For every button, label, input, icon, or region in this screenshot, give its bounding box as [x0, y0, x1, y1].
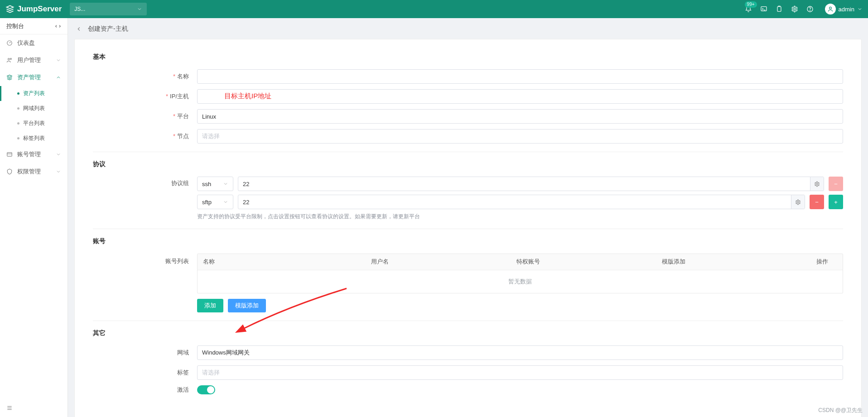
sidebar-header-label: 控制台: [6, 22, 24, 30]
sidebar-item-label: 标签列表: [23, 134, 45, 142]
account-template-button[interactable]: 模版添加: [228, 299, 266, 312]
col-user: 用户名: [366, 254, 511, 270]
port-input-1[interactable]: [238, 195, 805, 209]
page-title: 创建资产-主机: [88, 25, 128, 33]
ip-input[interactable]: [197, 89, 843, 104]
topbar-actions: 99+ admin: [744, 4, 863, 14]
svg-point-14: [816, 183, 818, 184]
accounts-table: 名称 用户名 特权账号 模版添加 操作 暂无数据: [197, 254, 843, 293]
protocol-remove-0: −: [829, 177, 843, 191]
gear-icon[interactable]: [791, 5, 799, 13]
platform-select[interactable]: Linux: [197, 109, 843, 124]
col-ops: 操作: [802, 254, 843, 270]
sidebar-item-users[interactable]: 用户管理: [0, 52, 68, 69]
topbar: JumpServer JS... 99+ admin: [0, 0, 868, 18]
label-ip: *IP/主机: [93, 92, 197, 101]
svg-point-5: [810, 10, 810, 11]
sidebar-item-account[interactable]: 账号管理: [0, 146, 68, 163]
protocol-select-0[interactable]: ssh: [197, 177, 233, 191]
svg-point-15: [797, 201, 799, 202]
watermark: CSDN @@卫先生: [818, 407, 863, 414]
section-account: 账号: [93, 237, 843, 245]
svg-point-3: [794, 8, 796, 10]
active-toggle[interactable]: [197, 385, 215, 394]
tag-select-placeholder: 请选择: [202, 369, 220, 377]
sidebar-header[interactable]: 控制台: [0, 18, 68, 34]
svg-point-8: [8, 58, 10, 60]
accounts-empty: 暂无数据: [198, 270, 843, 293]
sidebar-item-label: 平台列表: [23, 120, 45, 127]
col-tmpl: 模版添加: [656, 254, 802, 270]
username: admin: [839, 6, 854, 13]
sidebar-item-label: 用户管理: [17, 56, 41, 64]
brand-logo: JumpServer: [5, 5, 62, 14]
protocol-settings-1[interactable]: [791, 195, 805, 209]
protocol-name: sftp: [202, 199, 212, 206]
user-menu[interactable]: admin: [825, 4, 863, 14]
sidebar-item-assets[interactable]: 资产管理: [0, 69, 68, 86]
sidebar: 控制台 仪表盘 用户管理 资产管理 资产列表 网域列表 平台列表 标签列表 账号…: [0, 18, 68, 417]
brand-text: JumpServer: [17, 5, 62, 14]
bell-icon[interactable]: 99+: [744, 5, 752, 13]
org-selector[interactable]: JS...: [70, 3, 147, 15]
protocol-settings-0[interactable]: [810, 177, 824, 191]
svg-rect-10: [7, 153, 12, 156]
terminal-icon[interactable]: [760, 5, 768, 13]
sidebar-item-label: 权限管理: [17, 168, 41, 176]
sidebar-item-label: 仪表盘: [17, 39, 35, 47]
section-other: 其它: [93, 329, 843, 337]
domain-select-value: Windows网域网关: [202, 349, 250, 357]
sidebar-item-label: 资产管理: [17, 73, 41, 81]
node-select-placeholder: 请选择: [202, 132, 220, 140]
col-name: 名称: [198, 254, 366, 270]
svg-point-9: [10, 58, 11, 60]
sidebar-item-domain-list[interactable]: 网域列表: [17, 101, 68, 116]
col-priv: 特权账号: [511, 254, 656, 270]
section-protocol: 协议: [93, 160, 843, 168]
platform-select-value: Linux: [202, 113, 216, 120]
name-input[interactable]: [197, 69, 843, 84]
avatar: [825, 4, 836, 14]
protocol-select-1[interactable]: sftp: [197, 195, 233, 209]
protocol-name: ssh: [202, 181, 211, 187]
sidebar-collapse[interactable]: [0, 400, 68, 417]
sidebar-item-label: 资产列表: [23, 90, 45, 97]
protocol-help: 资产支持的协议受平台限制，点击设置按钮可以查看协议的设置。如果需要更新，请更新平…: [197, 213, 843, 220]
org-selector-label: JS...: [74, 6, 85, 12]
label-node: *节点: [93, 132, 197, 140]
label-accounts: 账号列表: [93, 254, 197, 265]
label-domain: 网域: [93, 349, 197, 357]
tag-select[interactable]: 请选择: [197, 365, 843, 380]
clipboard-icon[interactable]: [775, 5, 783, 13]
sidebar-item-label: 网域列表: [23, 105, 45, 112]
sidebar-item-label: 账号管理: [17, 150, 41, 158]
sidebar-item-dashboard[interactable]: 仪表盘: [0, 34, 68, 52]
port-input-0[interactable]: [238, 177, 824, 191]
label-platform: *平台: [93, 112, 197, 120]
domain-select[interactable]: Windows网域网关: [197, 345, 843, 360]
section-basic: 基本: [93, 53, 843, 61]
label-proto-group: 协议组: [93, 177, 197, 187]
back-button[interactable]: [74, 24, 83, 34]
svg-point-6: [829, 7, 831, 9]
account-add-button[interactable]: 添加: [197, 299, 223, 312]
label-name: *名称: [93, 72, 197, 81]
svg-rect-2: [777, 7, 781, 12]
node-select[interactable]: 请选择: [197, 129, 843, 144]
protocol-add[interactable]: +: [829, 195, 843, 209]
form-card: 基本 *名称 *IP/主机 目标主机IP地址 *平台 Linux: [74, 39, 862, 417]
label-tag: 标签: [93, 369, 197, 377]
breadcrumb: 创建资产-主机: [74, 24, 862, 34]
label-active: 激活: [93, 386, 197, 394]
sidebar-item-tag-list[interactable]: 标签列表: [17, 131, 68, 146]
sidebar-item-platform-list[interactable]: 平台列表: [17, 116, 68, 131]
main-area: 创建资产-主机 基本 *名称 *IP/主机 目标主机IP地址 *平台: [68, 18, 868, 417]
sidebar-item-permission[interactable]: 权限管理: [0, 163, 68, 180]
notification-badge: 99+: [745, 1, 757, 8]
help-icon[interactable]: [806, 5, 814, 13]
protocol-remove-1[interactable]: −: [810, 195, 824, 209]
sidebar-item-asset-list[interactable]: 资产列表: [17, 86, 68, 101]
